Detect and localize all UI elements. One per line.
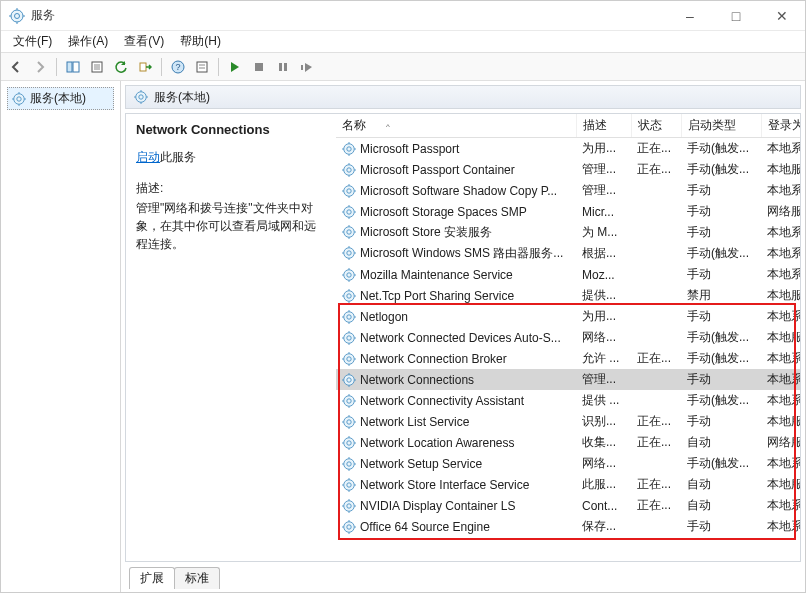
service-icon: [342, 394, 356, 408]
table-row[interactable]: Microsoft Software Shadow Copy P...管理...…: [336, 180, 800, 201]
cell-desc: Moz...: [576, 264, 631, 285]
restart-service-button[interactable]: [296, 56, 318, 78]
menu-help[interactable]: 帮助(H): [172, 31, 229, 52]
pane-header: 服务(本地): [125, 85, 801, 109]
service-name: Netlogon: [360, 310, 408, 324]
col-desc[interactable]: 描述: [576, 114, 631, 138]
svg-rect-2: [67, 62, 72, 72]
show-hide-tree-button[interactable]: [62, 56, 84, 78]
window-title: 服务: [31, 7, 667, 24]
table-row[interactable]: Microsoft Passport Container管理...正在...手动…: [336, 159, 800, 180]
menu-action[interactable]: 操作(A): [60, 31, 116, 52]
table-row[interactable]: Network Location Awareness收集...正在...自动网络…: [336, 432, 800, 453]
table-row[interactable]: Microsoft Storage Spaces SMPMicr...手动网络服…: [336, 201, 800, 222]
table-row[interactable]: Office 64 Source Engine保存...手动本地系...: [336, 516, 800, 537]
tab-standard[interactable]: 标准: [174, 567, 220, 589]
tab-extended[interactable]: 扩展: [129, 567, 175, 589]
cell-logon: 本地服...: [761, 159, 800, 180]
cell-desc: 识别...: [576, 411, 631, 432]
cell-desc: 提供...: [576, 285, 631, 306]
table-row[interactable]: Mozilla Maintenance ServiceMoz...手动本地系..…: [336, 264, 800, 285]
cell-status: 正在...: [631, 495, 681, 516]
cell-logon: 本地系...: [761, 264, 800, 285]
close-button[interactable]: ✕: [759, 1, 805, 31]
cell-desc: 为用...: [576, 306, 631, 327]
description-label: 描述:: [136, 180, 326, 197]
stop-service-button[interactable]: [248, 56, 270, 78]
description-text: 管理"网络和拨号连接"文件夹中对象，在其中你可以查看局域网和远程连接。: [136, 199, 326, 253]
body: 服务(本地) 服务(本地) Network Connections 启动此服务 …: [1, 81, 805, 592]
cell-logon: 本地服...: [761, 327, 800, 348]
service-name: Microsoft Store 安装服务: [360, 225, 492, 239]
help-button[interactable]: ?: [167, 56, 189, 78]
cell-desc: 管理...: [576, 180, 631, 201]
svg-rect-15: [279, 63, 282, 71]
service-name: Microsoft Passport: [360, 142, 459, 156]
table-row[interactable]: Network Store Interface Service此服...正在..…: [336, 474, 800, 495]
cell-startup: 自动: [681, 432, 761, 453]
start-link[interactable]: 启动: [136, 150, 160, 164]
cell-status: 正在...: [631, 159, 681, 180]
table-row[interactable]: Network Connectivity Assistant提供 ...手动(触…: [336, 390, 800, 411]
table-row[interactable]: NVIDIA Display Container LSCont...正在...自…: [336, 495, 800, 516]
cell-desc: Cont...: [576, 495, 631, 516]
main-pane: 服务(本地) Network Connections 启动此服务 描述: 管理"…: [121, 81, 805, 592]
table-row[interactable]: Microsoft Windows SMS 路由器服务...根据...手动(触发…: [336, 243, 800, 264]
cell-logon: 本地系...: [761, 390, 800, 411]
col-logon[interactable]: 登录为: [761, 114, 800, 138]
service-icon: [342, 289, 356, 303]
minimize-button[interactable]: –: [667, 1, 713, 31]
service-properties-button[interactable]: [191, 56, 213, 78]
refresh-button[interactable]: [110, 56, 132, 78]
table-row[interactable]: Microsoft Passport为用...正在...手动(触发...本地系.…: [336, 138, 800, 160]
table-row[interactable]: Network Setup Service网络...手动(触发...本地系...: [336, 453, 800, 474]
service-name: Network Connectivity Assistant: [360, 394, 524, 408]
cell-status: [631, 369, 681, 390]
service-icon: [342, 520, 356, 534]
cell-logon: 本地服...: [761, 474, 800, 495]
service-icon: [342, 415, 356, 429]
pause-service-button[interactable]: [272, 56, 294, 78]
cell-desc: 管理...: [576, 159, 631, 180]
table-row[interactable]: Network List Service识别...正在...手动本地服...: [336, 411, 800, 432]
cell-startup: 手动(触发...: [681, 327, 761, 348]
menu-file[interactable]: 文件(F): [5, 31, 60, 52]
properties-button[interactable]: [86, 56, 108, 78]
cell-status: [631, 327, 681, 348]
export-button[interactable]: [134, 56, 156, 78]
service-name: Office 64 Source Engine: [360, 520, 490, 534]
cell-startup: 手动: [681, 222, 761, 243]
service-icon: [342, 268, 356, 282]
cell-startup: 手动: [681, 264, 761, 285]
table-row[interactable]: Network Connections管理...手动本地系...: [336, 369, 800, 390]
cell-desc: 保存...: [576, 516, 631, 537]
col-name[interactable]: 名称^: [336, 114, 576, 138]
service-name: Microsoft Passport Container: [360, 163, 515, 177]
service-icon: [342, 310, 356, 324]
maximize-button[interactable]: □: [713, 1, 759, 31]
service-icon: [342, 373, 356, 387]
start-suffix: 此服务: [160, 150, 196, 164]
table-row[interactable]: Netlogon为用...手动本地系...: [336, 306, 800, 327]
table-row[interactable]: Microsoft Store 安装服务为 M...手动本地系...: [336, 222, 800, 243]
table-row[interactable]: Net.Tcp Port Sharing Service提供...禁用本地服..…: [336, 285, 800, 306]
table-row[interactable]: Network Connection Broker允许 ...正在...手动(触…: [336, 348, 800, 369]
cell-status: [631, 285, 681, 306]
back-button[interactable]: [5, 56, 27, 78]
table-row[interactable]: Network Connected Devices Auto-S...网络...…: [336, 327, 800, 348]
nav-root-item[interactable]: 服务(本地): [7, 87, 114, 110]
service-icon: [342, 352, 356, 366]
service-icon: [342, 225, 356, 239]
service-icon: [342, 457, 356, 471]
service-list[interactable]: 名称^ 描述 状态 启动类型 登录为 Microsoft Passport为用.…: [336, 114, 800, 561]
cell-startup: 手动: [681, 411, 761, 432]
cell-logon: 网络服...: [761, 201, 800, 222]
col-startup[interactable]: 启动类型: [681, 114, 761, 138]
start-service-button[interactable]: [224, 56, 246, 78]
col-status[interactable]: 状态: [631, 114, 681, 138]
forward-button[interactable]: [29, 56, 51, 78]
service-name: Mozilla Maintenance Service: [360, 268, 513, 282]
menu-view[interactable]: 查看(V): [116, 31, 172, 52]
sort-indicator-icon: ^: [386, 122, 390, 131]
svg-rect-3: [73, 62, 79, 72]
